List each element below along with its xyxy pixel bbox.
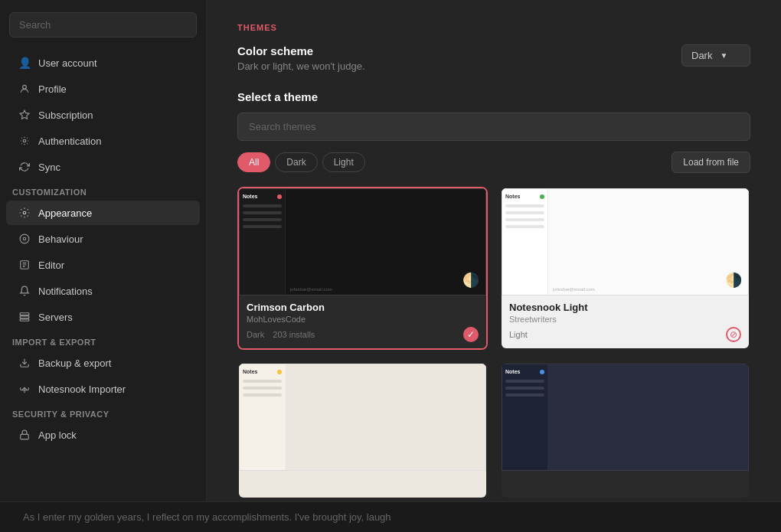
preview-header: Notes [243,369,282,374]
section-label: THEMES [237,23,750,32]
svg-rect-11 [21,434,29,439]
color-scheme-description: Dark or light, we won't judge. [237,60,365,72]
sidebar-item-app-lock[interactable]: App lock [6,423,200,447]
filter-all-button[interactable]: All [237,152,270,172]
theme-info: Notesnook Light Streetwriters Light ⊘ [502,295,749,348]
theme-author: Streetwriters [509,315,741,324]
sidebar-item-authentication[interactable]: Authentication [6,129,200,153]
svg-point-2 [23,211,26,214]
sidebar-item-notesnook-importer[interactable]: Notesnook Importer [6,377,200,401]
sidebar-item-label: Behaviour [38,233,83,245]
backup-icon [18,357,31,369]
preview-line [505,211,544,214]
preview-email: johndoe@email.com [553,287,595,292]
theme-check-unselected: ⊘ [726,327,741,342]
theme-meta-row: Dark 203 installs ✓ [247,327,479,342]
theme-info [502,471,749,498]
sidebar: 👤 User account Profile Subscription Auth… [0,0,207,532]
sidebar-item-behaviour[interactable]: Behaviour [6,227,200,251]
preview-content [286,364,485,470]
preview-line [505,387,544,390]
theme-name [247,477,479,488]
preview-line [243,387,282,390]
sidebar-item-label: Editor [38,259,64,271]
svg-point-1 [23,139,26,142]
dropdown-value: Dark [691,50,712,61]
filter-row: All Dark Light Load from file [237,152,750,173]
preview-sidebar: Notes [502,364,548,470]
theme-card-crimson-carbon[interactable]: Notes 🌗 johndoe@email.com [237,187,488,350]
toggle-icon: 🌗 [725,272,742,289]
color-scheme-row: Color scheme Dark or light, we won't jud… [237,44,750,72]
sidebar-item-backup-export[interactable]: Backup & export [6,351,200,375]
preview-title: Notes [505,194,520,199]
search-box [9,12,197,38]
theme-name: Crimson Carbon [247,302,479,313]
bottom-bar: As I enter my golden years, I reflect on… [0,501,781,532]
sidebar-item-label: User account [38,57,97,69]
preview-title: Notes [243,194,257,199]
preview-line [243,225,282,228]
sidebar-item-notifications[interactable]: Notifications [6,279,200,303]
preview-header: Notes [505,194,544,199]
sidebar-item-label: Notifications [38,286,93,297]
sidebar-item-appearance[interactable]: Appearance [6,201,200,225]
filter-buttons: All Dark Light [237,152,365,172]
sidebar-item-label: Authentication [38,135,101,147]
profile-icon [18,83,31,95]
preview-line [505,204,544,207]
theme-preview: Notes [239,364,486,471]
sidebar-item-label: Appearance [38,207,92,219]
preview-dot [277,370,282,374]
chevron-down-icon: ▼ [720,51,727,60]
theme-card-4[interactable]: Notes [500,362,750,499]
preview-email: johndoe@email.com [290,287,332,292]
theme-preview: Notes [502,364,749,471]
svg-point-0 [23,85,27,89]
security-privacy-label: Security & privacy [0,402,206,422]
sidebar-item-sync[interactable]: Sync [6,155,200,179]
preview-dot [540,194,544,199]
theme-card-notesnook-light[interactable]: Notes 🌗 johndoe@email.com [500,187,750,350]
app-container: 👤 User account Profile Subscription Auth… [0,0,781,532]
sidebar-item-profile[interactable]: Profile [6,77,200,101]
customization-label: Customization [0,180,206,200]
theme-type: Dark [247,330,264,339]
preview-dot [540,370,544,374]
svg-point-4 [23,237,26,240]
sync-icon [18,161,31,173]
themes-grid: Notes 🌗 johndoe@email.com [237,187,750,499]
sidebar-item-subscription[interactable]: Subscription [6,103,200,127]
theme-tags: Light [509,330,534,339]
sidebar-item-label: Backup & export [38,357,111,369]
search-input[interactable] [9,12,197,38]
sidebar-item-editor[interactable]: Editor [6,253,200,277]
sidebar-item-label: Profile [38,83,67,95]
theme-meta-row: Light ⊘ [509,327,741,342]
subscription-icon [18,109,31,121]
theme-preview: Notes 🌗 johndoe@email.com [239,188,486,295]
filter-dark-button[interactable]: Dark [275,152,317,172]
toggle-icon: 🌗 [462,272,479,289]
sidebar-item-label: Subscription [38,109,93,121]
app-lock-icon [18,429,31,441]
color-scheme-dropdown[interactable]: Dark ▼ [681,44,750,67]
preview-line [505,380,544,383]
load-from-file-button[interactable]: Load from file [672,152,750,173]
import-export-label: Import & export [0,330,206,350]
search-themes-input[interactable] [237,113,750,141]
preview-content: 🌗 johndoe@email.com [286,189,485,295]
svg-rect-6 [20,313,29,315]
preview-sidebar: Notes [240,364,286,470]
theme-preview: Notes 🌗 johndoe@email.com [502,188,749,295]
theme-card-3[interactable]: Notes [237,362,488,499]
sidebar-item-user-account[interactable]: 👤 User account [6,51,200,75]
preview-line [505,218,544,221]
sidebar-item-servers[interactable]: Servers [6,305,200,329]
svg-point-3 [20,234,29,243]
preview-line [505,393,544,397]
bottom-bar-text: As I enter my golden years, I reflect on… [23,511,391,523]
preview-line [243,218,282,221]
svg-rect-7 [20,316,29,318]
filter-light-button[interactable]: Light [322,152,365,172]
